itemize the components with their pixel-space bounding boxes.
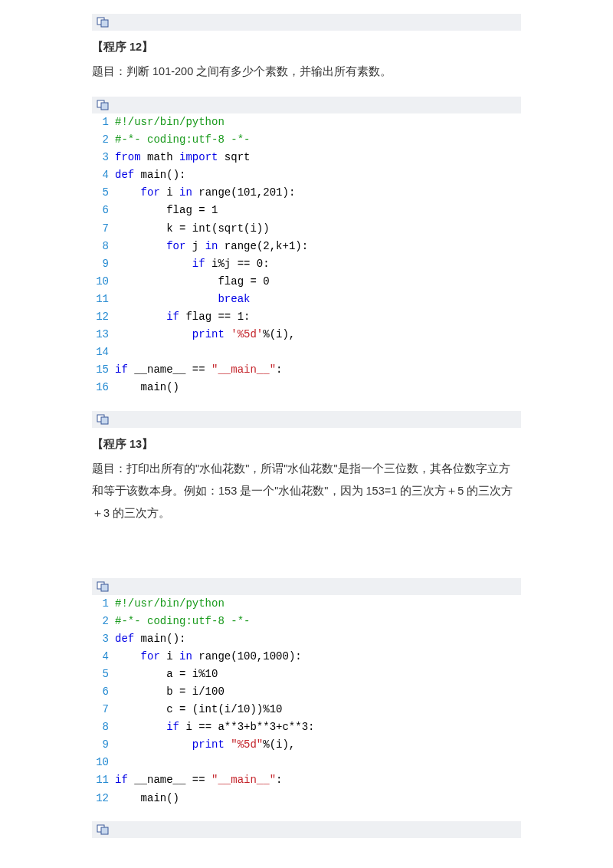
code-line: 2#-*- coding:utf-8 -*- bbox=[92, 613, 521, 630]
line-number: 5 bbox=[92, 666, 109, 683]
svg-rect-1 bbox=[101, 20, 108, 27]
svg-rect-7 bbox=[101, 584, 108, 591]
code-line: 12 if flag == 1: bbox=[92, 308, 521, 326]
copy-icon[interactable] bbox=[92, 821, 521, 838]
code-line: 13 print '%5d'%(i), bbox=[92, 326, 521, 344]
code-line: 7 k = int(sqrt(i)) bbox=[92, 220, 521, 238]
program-heading: 【程序 13】 bbox=[92, 437, 521, 452]
code-line: 10 bbox=[92, 754, 521, 771]
code-text: c = (int(i/10))%10 bbox=[115, 701, 282, 718]
line-number: 2 bbox=[92, 613, 109, 630]
code-text: flag = 0 bbox=[115, 273, 270, 291]
code-line: 8 for j in range(2,k+1): bbox=[92, 238, 521, 255]
program-description: 题目：判断 101-200 之间有多少个素数，并输出所有素数。 bbox=[92, 61, 521, 83]
code-line: 12 main() bbox=[92, 790, 521, 807]
code-text: #!/usr/bin/python bbox=[115, 595, 225, 613]
program-heading: 【程序 12】 bbox=[92, 40, 521, 54]
svg-rect-5 bbox=[101, 417, 108, 424]
line-number: 1 bbox=[92, 595, 109, 613]
copy-icon[interactable] bbox=[92, 411, 521, 428]
code-text: if flag == 1: bbox=[115, 308, 250, 326]
code-line: 16 main() bbox=[92, 379, 521, 396]
line-number: 11 bbox=[92, 291, 109, 308]
code-text: main() bbox=[115, 790, 179, 807]
program-description: 题目：打印出所有的"水仙花数"，所谓"水仙花数"是指一个三位数，其各位数字立方和… bbox=[92, 458, 521, 524]
code-text: print '%5d'%(i), bbox=[115, 326, 295, 344]
line-number: 16 bbox=[92, 379, 109, 396]
line-number: 1 bbox=[92, 113, 109, 131]
code-line: 4 for i in range(100,1000): bbox=[92, 648, 521, 666]
code-line: 3def main(): bbox=[92, 630, 521, 648]
line-number: 12 bbox=[92, 790, 109, 807]
code-text: def main(): bbox=[115, 166, 185, 184]
svg-rect-3 bbox=[101, 103, 108, 110]
code-line: 11if __name__ == "__main__": bbox=[92, 771, 521, 789]
line-number: 3 bbox=[92, 630, 109, 648]
code-text: #!/usr/bin/python bbox=[115, 113, 225, 131]
svg-rect-9 bbox=[101, 827, 108, 834]
code-text: if i%j == 0: bbox=[115, 255, 270, 273]
code-line: 1#!/usr/bin/python bbox=[92, 113, 521, 131]
code-line: 15if __name__ == "__main__": bbox=[92, 361, 521, 379]
line-number: 9 bbox=[92, 736, 109, 754]
code-text: if __name__ == "__main__": bbox=[115, 361, 282, 379]
line-number: 8 bbox=[92, 238, 109, 255]
code-line: 1#!/usr/bin/python bbox=[92, 595, 521, 613]
line-number: 10 bbox=[92, 754, 109, 771]
code-line: 4def main(): bbox=[92, 166, 521, 184]
line-number: 2 bbox=[92, 131, 109, 149]
copy-icon[interactable] bbox=[92, 97, 521, 113]
code-block: 1#!/usr/bin/python2#-*- coding:utf-8 -*-… bbox=[92, 113, 521, 397]
line-number: 4 bbox=[92, 648, 109, 666]
code-text: if __name__ == "__main__": bbox=[115, 771, 282, 789]
code-text: a = i%10 bbox=[115, 666, 218, 683]
code-text: main() bbox=[115, 379, 179, 396]
line-number: 12 bbox=[92, 308, 109, 326]
code-text: k = int(sqrt(i)) bbox=[115, 220, 270, 238]
code-text: print "%5d"%(i), bbox=[115, 736, 295, 754]
code-text: for j in range(2,k+1): bbox=[115, 238, 308, 255]
line-number: 6 bbox=[92, 202, 109, 219]
line-number: 11 bbox=[92, 771, 109, 789]
code-line: 5 a = i%10 bbox=[92, 666, 521, 683]
line-number: 7 bbox=[92, 220, 109, 238]
line-number: 7 bbox=[92, 701, 109, 718]
line-number: 6 bbox=[92, 683, 109, 701]
line-number: 3 bbox=[92, 149, 109, 166]
copy-icon[interactable] bbox=[92, 14, 521, 31]
code-text: for i in range(101,201): bbox=[115, 184, 295, 202]
code-text: b = i/100 bbox=[115, 683, 225, 701]
code-text: from math import sqrt bbox=[115, 149, 250, 166]
code-text: flag = 1 bbox=[115, 202, 218, 219]
code-text: def main(): bbox=[115, 630, 185, 648]
code-line: 11 break bbox=[92, 291, 521, 308]
copy-icon[interactable] bbox=[92, 578, 521, 595]
code-text: break bbox=[115, 291, 250, 308]
code-text: #-*- coding:utf-8 -*- bbox=[115, 613, 250, 630]
code-line: 14 bbox=[92, 344, 521, 361]
line-number: 13 bbox=[92, 326, 109, 344]
code-text: for i in range(100,1000): bbox=[115, 648, 302, 666]
code-text: #-*- coding:utf-8 -*- bbox=[115, 131, 250, 149]
code-line: 9 if i%j == 0: bbox=[92, 255, 521, 273]
line-number: 8 bbox=[92, 718, 109, 736]
code-line: 9 print "%5d"%(i), bbox=[92, 736, 521, 754]
code-line: 3from math import sqrt bbox=[92, 149, 521, 166]
code-line: 7 c = (int(i/10))%10 bbox=[92, 701, 521, 718]
line-number: 9 bbox=[92, 255, 109, 273]
code-line: 5 for i in range(101,201): bbox=[92, 184, 521, 202]
line-number: 4 bbox=[92, 166, 109, 184]
code-block: 1#!/usr/bin/python2#-*- coding:utf-8 -*-… bbox=[92, 595, 521, 807]
line-number: 14 bbox=[92, 344, 109, 361]
document-body: 【程序 12】题目：判断 101-200 之间有多少个素数，并输出所有素数。1#… bbox=[92, 14, 521, 838]
line-number: 5 bbox=[92, 184, 109, 202]
code-line: 10 flag = 0 bbox=[92, 273, 521, 291]
code-line: 8 if i == a**3+b**3+c**3: bbox=[92, 718, 521, 736]
code-line: 6 b = i/100 bbox=[92, 683, 521, 701]
code-line: 6 flag = 1 bbox=[92, 202, 521, 219]
line-number: 15 bbox=[92, 361, 109, 379]
line-number: 10 bbox=[92, 273, 109, 291]
code-text: if i == a**3+b**3+c**3: bbox=[115, 718, 314, 736]
code-line: 2#-*- coding:utf-8 -*- bbox=[92, 131, 521, 149]
